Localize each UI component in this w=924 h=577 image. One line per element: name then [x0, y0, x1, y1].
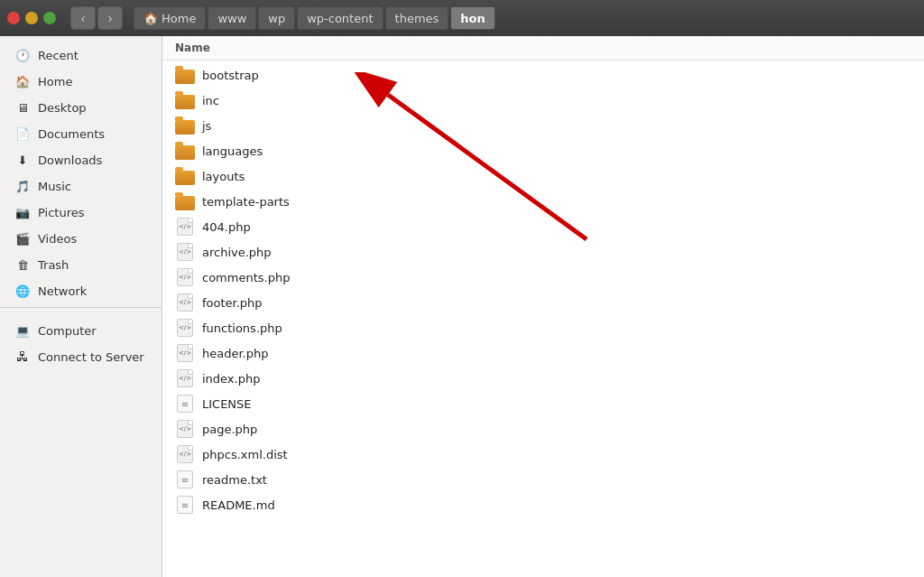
- folder-icon: [175, 116, 195, 135]
- titlebar: ‹ › 🏠 Home www wp wp-content themes hon: [0, 0, 924, 36]
- sidebar-item-computer[interactable]: 💻 Computer: [4, 318, 158, 343]
- text-file-icon: [175, 470, 195, 489]
- list-item[interactable]: readme.txt: [162, 467, 924, 492]
- list-item[interactable]: header.php: [162, 340, 924, 366]
- list-item[interactable]: template-parts: [162, 189, 924, 214]
- breadcrumb-www[interactable]: www: [208, 6, 256, 30]
- sidebar-item-videos[interactable]: 🎬 Videos: [4, 226, 158, 251]
- php-file-icon: [175, 343, 195, 363]
- sidebar-item-network[interactable]: 🌐 Network: [4, 278, 158, 303]
- sidebar-item-recent[interactable]: 🕐 Recent: [4, 42, 158, 68]
- list-item[interactable]: index.php: [162, 366, 924, 391]
- breadcrumb-wp-content[interactable]: wp-content: [297, 6, 383, 30]
- videos-icon: 🎬: [14, 230, 31, 247]
- breadcrumb-themes[interactable]: themes: [385, 6, 449, 30]
- column-header-name: Name: [162, 36, 924, 60]
- recent-icon: 🕐: [14, 47, 31, 63]
- sidebar-item-trash[interactable]: 🗑 Trash: [4, 252, 158, 277]
- sidebar-item-desktop[interactable]: 🖥 Desktop: [4, 95, 158, 120]
- list-item[interactable]: bootstrap: [162, 62, 924, 88]
- php-file-icon: [175, 318, 195, 338]
- text-file-icon: [175, 394, 195, 414]
- list-item[interactable]: comments.php: [162, 265, 924, 290]
- sidebar-item-documents[interactable]: 📄 Documents: [4, 121, 158, 146]
- list-item[interactable]: archive.php: [162, 239, 924, 265]
- maximize-button[interactable]: [43, 12, 56, 24]
- php-file-icon: [175, 217, 195, 237]
- close-button[interactable]: [7, 12, 20, 24]
- list-item[interactable]: footer.php: [162, 290, 924, 315]
- php-file-icon: [175, 368, 195, 388]
- php-file-icon: [175, 242, 195, 262]
- sidebar-item-pictures[interactable]: 📷 Pictures: [4, 200, 158, 225]
- list-item[interactable]: phpcs.xml.dist: [162, 442, 924, 467]
- forward-button[interactable]: ›: [97, 6, 123, 30]
- breadcrumb-home[interactable]: 🏠 Home: [134, 6, 206, 30]
- folder-icon: [175, 166, 195, 186]
- computer-icon: 💻: [14, 322, 31, 339]
- downloads-icon: ⬇: [14, 152, 31, 168]
- network-icon: 🌐: [14, 283, 31, 299]
- pictures-icon: 📷: [14, 204, 31, 220]
- sidebar: 🕐 Recent 🏠 Home 🖥 Desktop 📄 Documents ⬇ …: [0, 36, 162, 577]
- documents-icon: 📄: [14, 126, 31, 142]
- list-item[interactable]: functions.php: [162, 315, 924, 340]
- folder-icon: [175, 141, 195, 161]
- php-file-icon: [175, 267, 195, 287]
- back-button[interactable]: ‹: [70, 6, 96, 30]
- sidebar-item-downloads[interactable]: ⬇ Downloads: [4, 147, 158, 172]
- main-layout: 🕐 Recent 🏠 Home 🖥 Desktop 📄 Documents ⬇ …: [0, 36, 924, 577]
- list-item[interactable]: README.md: [162, 492, 924, 517]
- list-item[interactable]: 404.php: [162, 214, 924, 239]
- sidebar-item-connect-to-server[interactable]: 🖧 Connect to Server: [4, 344, 158, 369]
- folder-icon: [175, 90, 195, 110]
- list-item[interactable]: js: [162, 113, 924, 138]
- list-item[interactable]: layouts: [162, 163, 924, 189]
- list-item[interactable]: inc: [162, 88, 924, 113]
- breadcrumb-hon[interactable]: hon: [450, 6, 494, 30]
- folder-icon: [175, 191, 195, 211]
- desktop-icon: 🖥: [14, 99, 31, 116]
- sidebar-item-home[interactable]: 🏠 Home: [4, 69, 158, 94]
- file-content-area: Name bootstrap: [162, 36, 924, 577]
- home-sidebar-icon: 🏠: [14, 73, 31, 89]
- list-item[interactable]: LICENSE: [162, 391, 924, 416]
- php-file-icon: [175, 293, 195, 312]
- breadcrumb-wp[interactable]: wp: [258, 6, 295, 30]
- home-icon: 🏠: [143, 12, 158, 25]
- list-item[interactable]: page.php: [162, 416, 924, 442]
- navigation-arrows: ‹ ›: [70, 6, 123, 30]
- list-item[interactable]: languages: [162, 138, 924, 163]
- php-file-icon: [175, 419, 195, 439]
- trash-icon: 🗑: [14, 256, 31, 273]
- sidebar-item-music[interactable]: 🎵 Music: [4, 173, 158, 199]
- folder-icon: [175, 65, 195, 85]
- breadcrumb: 🏠 Home www wp wp-content themes hon: [134, 6, 497, 30]
- php-file-icon: [175, 444, 195, 464]
- music-icon: 🎵: [14, 178, 31, 194]
- file-list: bootstrap inc js: [162, 60, 924, 519]
- connect-server-icon: 🖧: [14, 349, 31, 365]
- minimize-button[interactable]: [25, 12, 38, 24]
- text-file-icon: [175, 495, 195, 515]
